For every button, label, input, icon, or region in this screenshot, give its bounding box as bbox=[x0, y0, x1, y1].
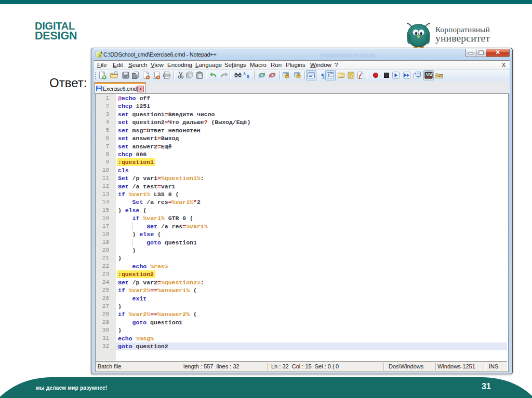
svg-text:ABC: ABC bbox=[425, 73, 434, 77]
svg-text:8: 8 bbox=[247, 74, 249, 79]
svg-text:b: b bbox=[244, 71, 246, 76]
svg-text:¶: ¶ bbox=[321, 72, 325, 79]
